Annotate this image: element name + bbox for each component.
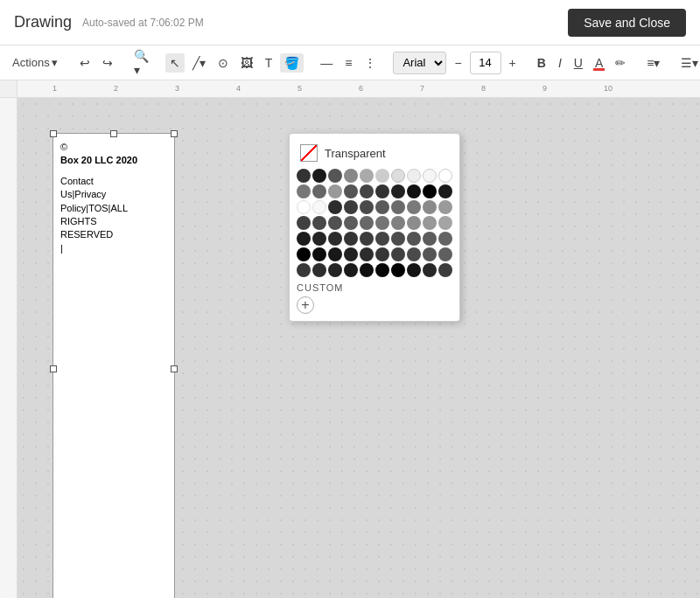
line-weight-button[interactable]: ⋮ [360,53,381,73]
color-swatch[interactable] [391,169,405,183]
color-swatch[interactable] [344,216,358,230]
color-swatch[interactable] [407,247,421,261]
color-swatch[interactable] [328,247,342,261]
color-swatch[interactable] [328,169,342,183]
redo-button[interactable]: ↪ [98,53,117,73]
color-swatch[interactable] [438,169,452,183]
color-swatch[interactable] [391,247,405,261]
color-swatch[interactable] [375,247,389,261]
zoom-button[interactable]: 🔍▾ [130,46,153,80]
color-swatch[interactable] [438,200,452,214]
underline-button[interactable]: U [570,53,587,73]
italic-button[interactable]: I [554,53,566,73]
color-swatch[interactable] [407,169,421,183]
color-swatch[interactable] [391,216,405,230]
color-swatch[interactable] [297,200,311,214]
undo-button[interactable]: ↩ [75,53,94,73]
handle-tl[interactable] [50,130,57,137]
color-swatch[interactable] [328,232,342,246]
color-swatch[interactable] [297,169,311,183]
color-swatch[interactable] [360,263,374,277]
color-swatch[interactable] [360,216,374,230]
list-button[interactable]: ☰▾ [676,53,700,73]
color-swatch[interactable] [312,263,326,277]
color-swatch[interactable] [375,263,389,277]
color-swatch[interactable] [344,169,358,183]
color-swatch[interactable] [360,232,374,246]
color-swatch[interactable] [438,232,452,246]
handle-tm[interactable] [110,130,117,137]
select-tool[interactable]: ↖ [165,53,185,73]
color-swatch[interactable] [423,232,437,246]
color-swatch[interactable] [312,184,326,198]
color-swatch[interactable] [407,232,421,246]
color-swatch[interactable] [407,263,421,277]
transparent-option[interactable]: Transparent [297,141,452,169]
color-swatch[interactable] [438,263,452,277]
color-swatch[interactable] [297,184,311,198]
color-swatch[interactable] [375,232,389,246]
color-swatch[interactable] [344,232,358,246]
actions-menu[interactable]: Actions ▾ [7,50,63,76]
color-swatch[interactable] [438,247,452,261]
color-swatch[interactable] [407,200,421,214]
font-selector[interactable]: Arial [393,52,446,74]
color-swatch[interactable] [328,216,342,230]
highlight-button[interactable]: ✏ [611,53,630,73]
color-swatch[interactable] [375,169,389,183]
color-swatch[interactable] [423,169,437,183]
color-swatch[interactable] [344,184,358,198]
font-size-input[interactable] [470,52,501,74]
canvas-background[interactable]: © Box 20 LLC 2020 Contact Us|Privacy Pol… [18,98,700,598]
fill-color-button[interactable]: 🪣 [280,53,304,73]
color-swatch[interactable] [391,184,405,198]
color-swatch[interactable] [423,184,437,198]
color-swatch[interactable] [407,216,421,230]
handle-mr[interactable] [171,365,178,372]
save-close-button[interactable]: Save and Close [568,9,686,37]
color-swatch[interactable] [391,200,405,214]
font-size-decrease[interactable]: − [450,53,466,73]
font-color-button[interactable]: A [591,53,607,73]
line-style-button[interactable]: — [316,53,337,73]
color-swatch[interactable] [423,263,437,277]
color-swatch[interactable] [312,232,326,246]
color-swatch[interactable] [312,200,326,214]
color-swatch[interactable] [438,184,452,198]
color-swatch[interactable] [297,216,311,230]
color-swatch[interactable] [360,184,374,198]
color-swatch[interactable] [344,247,358,261]
color-swatch[interactable] [297,232,311,246]
color-swatch[interactable] [360,169,374,183]
color-swatch[interactable] [344,263,358,277]
align-button[interactable]: ≡▾ [642,53,664,73]
color-swatch[interactable] [360,247,374,261]
color-swatch[interactable] [312,216,326,230]
image-tool[interactable]: 🖼 [236,53,257,73]
color-swatch[interactable] [312,169,326,183]
color-swatch[interactable] [423,247,437,261]
handle-tr[interactable] [171,130,178,137]
color-swatch[interactable] [360,200,374,214]
color-swatch[interactable] [328,200,342,214]
color-swatch[interactable] [375,216,389,230]
shape-tool[interactable]: ⊙ [214,53,233,73]
color-swatch[interactable] [297,263,311,277]
color-swatch[interactable] [328,184,342,198]
line-dash-button[interactable]: ≡ [340,53,356,73]
font-size-increase[interactable]: + [505,53,521,73]
color-swatch[interactable] [407,184,421,198]
color-swatch[interactable] [423,200,437,214]
color-swatch[interactable] [375,200,389,214]
color-swatch[interactable] [328,263,342,277]
color-swatch[interactable] [438,216,452,230]
color-swatch[interactable] [375,184,389,198]
drawing-page[interactable]: © Box 20 LLC 2020 Contact Us|Privacy Pol… [52,133,175,598]
bold-button[interactable]: B [533,53,550,73]
color-swatch[interactable] [423,216,437,230]
add-custom-color-button[interactable]: + [297,296,314,314]
color-swatch[interactable] [391,263,405,277]
color-swatch[interactable] [297,247,311,261]
color-swatch[interactable] [391,232,405,246]
handle-ml[interactable] [50,365,57,372]
